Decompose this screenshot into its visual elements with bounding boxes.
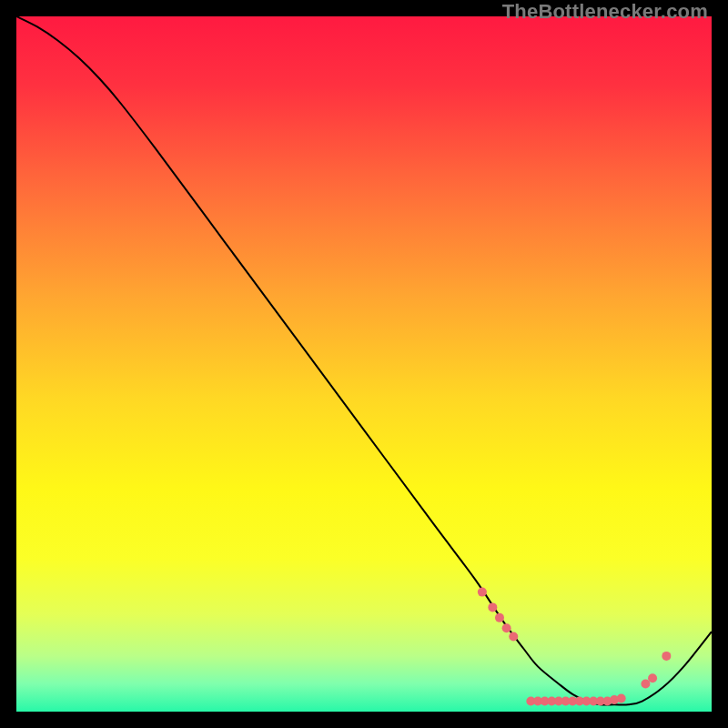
- chart-container: TheBottlenecker.com: [0, 0, 728, 728]
- marker-point: [488, 602, 497, 612]
- marker-point: [502, 623, 511, 632]
- marker-point: [662, 652, 671, 661]
- marker-points: [478, 588, 671, 706]
- marker-point: [495, 613, 504, 622]
- marker-point: [478, 588, 487, 597]
- marker-point: [648, 673, 657, 682]
- marker-point: [509, 632, 518, 641]
- watermark-text: TheBottlenecker.com: [502, 0, 708, 24]
- marker-point: [617, 693, 626, 703]
- curve-layer: [16, 16, 712, 712]
- bottleneck-curve: [16, 16, 712, 705]
- plot-area: [16, 16, 712, 712]
